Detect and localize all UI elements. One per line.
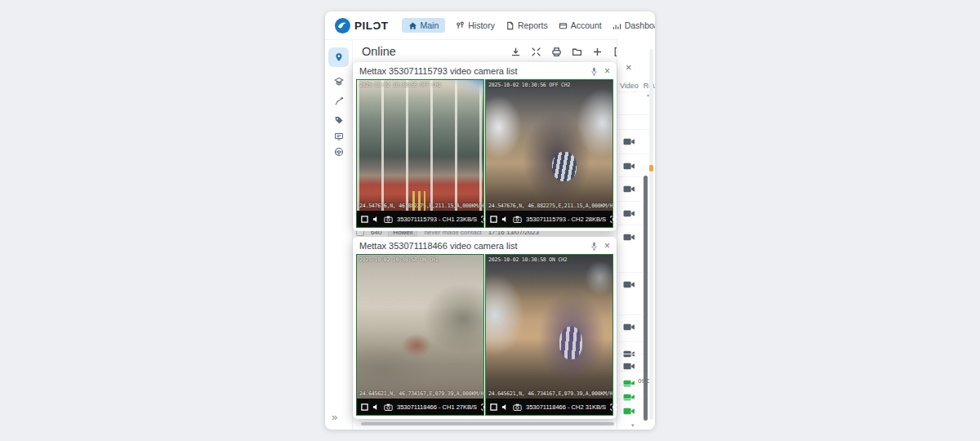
nav-item-main[interactable]: Main xyxy=(402,18,446,33)
snapshot-button[interactable] xyxy=(384,216,393,223)
mute-button[interactable] xyxy=(372,216,380,223)
video-camera-icon[interactable] xyxy=(623,230,635,239)
brand-logo-icon xyxy=(335,18,350,33)
nav-item-dashboard[interactable]: Dashboard xyxy=(612,20,655,30)
video-gps-overlay: 24.547676,N, 46.882275,E,211.15,A,000KM/… xyxy=(488,203,612,209)
sidebar-item-layers[interactable] xyxy=(328,72,349,91)
video-control-bar: 353071115793 - CH2 28KB/S xyxy=(486,211,612,227)
channel-label: 353071115793 - CH2 28KB/S xyxy=(526,216,606,223)
print-button[interactable] xyxy=(551,47,562,57)
nav-item-reports[interactable]: Reports xyxy=(506,20,548,30)
video-camera-icon[interactable] xyxy=(623,347,635,356)
folder-button[interactable] xyxy=(572,47,582,57)
video-timestamp-overlay: 2025-10-02 10:30:56 OFF CH2 xyxy=(488,82,570,88)
video-channel: 2025-10-02 10:30:56 OFF CH224.547676,N, … xyxy=(485,79,613,228)
fullscreen-button[interactable] xyxy=(610,403,617,411)
snapshot-button[interactable] xyxy=(384,403,393,411)
video-gps-overlay: 24.547676,N, 46.882275,E,211.15,A,000KM/… xyxy=(359,203,483,209)
channel-label: 353071115793 - CH1 23KB/S xyxy=(397,216,477,223)
nav-label: Reports xyxy=(518,20,548,30)
video-feed: 2025-10-02 10:30:58 ON CH124.645621,N, 4… xyxy=(357,255,483,399)
video-channel: 2025-10-02 10:30:56 OFF CH124.547676,N, … xyxy=(356,79,484,228)
nav-label: Account xyxy=(571,20,602,30)
video-timestamp-overlay: 2025-10-02 10:30:58 ON CH2 xyxy=(488,256,568,263)
popup-title: Mettax 353071118466 video camera list xyxy=(359,241,517,251)
video-channel: 2025-10-02 10:30:58 ON CH224.645621,N, 4… xyxy=(485,254,613,416)
video-camera-icon[interactable] xyxy=(623,320,635,329)
video-gps-overlay: 24.645621,N, 46.734167,E,079.39,A,000KM/… xyxy=(488,390,612,397)
video-control-bar: 353071115793 - CH1 23KB/S xyxy=(357,211,483,227)
video-camera-icon[interactable] xyxy=(623,159,635,168)
vertical-scrollbar[interactable] xyxy=(644,176,648,421)
mute-button[interactable] xyxy=(501,403,509,411)
microphone-icon[interactable] xyxy=(590,67,598,76)
reports-icon xyxy=(506,21,514,30)
video-feed: 2025-10-02 10:30:56 OFF CH124.547676,N, … xyxy=(357,80,483,211)
video-camera-icon[interactable] xyxy=(623,404,635,413)
snapshot-button[interactable] xyxy=(513,403,522,411)
row-divider xyxy=(617,154,650,154)
mute-button[interactable] xyxy=(372,403,380,411)
horizontal-scrollbar[interactable] xyxy=(361,422,614,425)
popup-close-icon[interactable]: × xyxy=(604,240,610,252)
video-channel: 2025-10-02 10:30:58 ON CH124.645621,N, 4… xyxy=(356,254,484,416)
tag-icon xyxy=(334,115,344,125)
brand: PILƆT xyxy=(335,18,389,33)
collapse-sidebar-button[interactable]: » xyxy=(332,411,337,423)
column-header-video[interactable]: Video xyxy=(620,82,639,90)
scroll-down-icon[interactable]: ▾ xyxy=(631,422,635,429)
home-icon xyxy=(408,21,417,30)
video-feed: 2025-10-02 10:30:56 OFF CH224.547676,N, … xyxy=(486,80,612,211)
video-timestamp-overlay: 2025-10-02 10:30:56 OFF CH1 xyxy=(359,82,441,88)
history-icon xyxy=(456,21,465,30)
layers-icon xyxy=(334,77,344,87)
panel-close-icon[interactable]: × xyxy=(626,62,632,73)
steering-wheel-icon xyxy=(334,147,344,157)
nav-label: Dashboard xyxy=(625,20,655,30)
video-timestamp-overlay: 2025-10-02 10:30:58 ON CH1 xyxy=(359,256,439,263)
video-camera-icon[interactable] xyxy=(623,359,635,368)
channel-label: 353071118466 - CH1 27KB/S xyxy=(397,403,477,411)
page-title: Online xyxy=(362,45,396,58)
download-button[interactable] xyxy=(510,47,521,57)
sidebar-item-location[interactable] xyxy=(328,47,349,67)
nav-item-account[interactable]: Account xyxy=(559,20,602,30)
app-window: PILƆT Main History Reports Account Dashb… xyxy=(325,11,655,430)
top-nav: PILƆT Main History Reports Account Dashb… xyxy=(325,11,655,40)
add-button[interactable] xyxy=(592,47,603,57)
popup-close-icon[interactable]: × xyxy=(604,65,610,77)
terminal-display-icon xyxy=(334,131,344,141)
sidebar-item-steering[interactable] xyxy=(328,142,349,162)
popup-header[interactable]: Mettax 353071118466 video camera list × xyxy=(353,237,617,254)
fit-screen-button[interactable] xyxy=(531,47,541,57)
video-popup-353071118466: Mettax 353071118466 video camera list × … xyxy=(353,237,617,419)
microphone-icon[interactable] xyxy=(590,242,598,251)
main-menu: Main History Reports Account Dashboard E… xyxy=(402,18,656,33)
stop-button[interactable] xyxy=(361,216,368,223)
account-icon xyxy=(559,21,568,30)
dashboard-icon xyxy=(612,21,621,30)
video-popup-353071115793: Mettax 353071115793 video camera list × … xyxy=(353,62,617,231)
scroll-marker xyxy=(649,165,653,172)
video-camera-icon[interactable] xyxy=(623,182,635,191)
row-divider xyxy=(617,114,650,115)
mute-button[interactable] xyxy=(501,216,509,223)
sidebar-item-route[interactable] xyxy=(328,91,349,111)
fullscreen-button[interactable] xyxy=(610,216,617,223)
nav-item-history[interactable]: History xyxy=(456,20,495,30)
nav-label: History xyxy=(468,20,495,30)
route-icon xyxy=(334,96,344,106)
location-pin-icon xyxy=(334,52,344,62)
video-camera-icon[interactable] xyxy=(623,207,635,216)
video-gps-overlay: 24.645621,N, 46.734167,E,079.39,A,000KM/… xyxy=(359,390,483,397)
video-camera-icon[interactable] xyxy=(623,135,635,144)
stop-button[interactable] xyxy=(490,403,497,411)
snapshot-button[interactable] xyxy=(513,216,522,223)
stop-button[interactable] xyxy=(490,216,497,223)
panel-scrollbar-track[interactable] xyxy=(649,49,653,420)
video-camera-icon[interactable] xyxy=(623,278,635,287)
popup-header[interactable]: Mettax 353071115793 video camera list × xyxy=(353,62,617,79)
row-divider xyxy=(617,129,650,130)
stop-button[interactable] xyxy=(361,403,368,411)
video-control-bar: 353071118466 - CH1 27KB/S xyxy=(357,399,483,415)
